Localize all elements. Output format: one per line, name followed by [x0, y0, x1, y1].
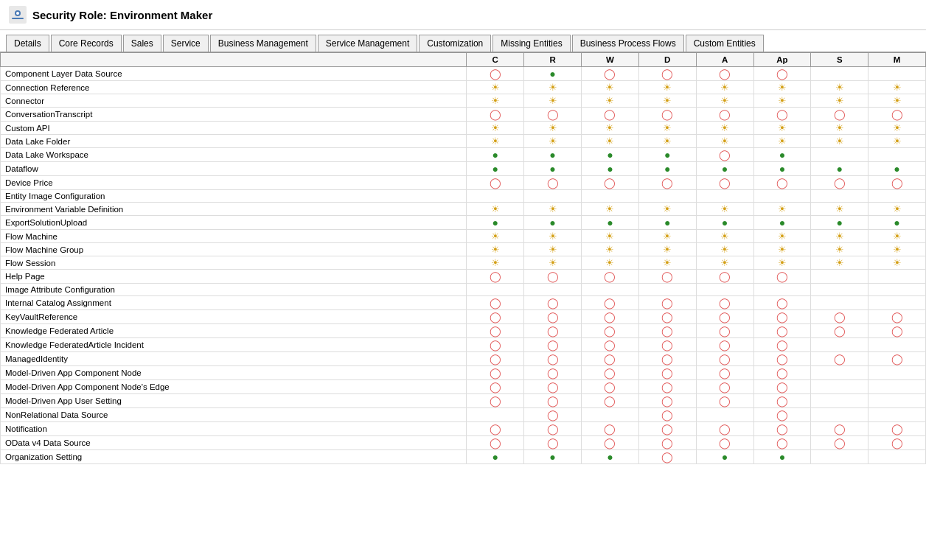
permission-cell[interactable]: ◯: [696, 296, 753, 310]
permission-cell[interactable]: ◯: [582, 176, 639, 190]
permission-cell[interactable]: ☀: [753, 94, 811, 108]
tab-business-management[interactable]: Business Management: [210, 35, 316, 52]
permission-cell[interactable]: ◯: [811, 108, 868, 122]
permission-cell[interactable]: ◯: [868, 422, 926, 436]
permission-cell[interactable]: ◯: [868, 176, 926, 190]
permission-cell[interactable]: ◯: [638, 296, 696, 310]
permission-cell[interactable]: ☀: [638, 94, 696, 108]
permission-cell[interactable]: ◯: [753, 324, 811, 338]
permission-cell[interactable]: ☀: [582, 135, 639, 148]
permission-cell[interactable]: ●: [696, 450, 753, 464]
permission-cell[interactable]: [868, 284, 926, 296]
permission-cell[interactable]: ◯: [524, 436, 582, 450]
permission-cell[interactable]: ☀: [696, 94, 753, 108]
permission-cell[interactable]: [868, 408, 926, 422]
permission-cell[interactable]: ●: [524, 162, 582, 176]
permission-cell[interactable]: ◯: [638, 176, 696, 190]
permission-cell[interactable]: ●: [467, 450, 524, 464]
permission-cell[interactable]: ☀: [524, 135, 582, 148]
permission-cell[interactable]: ☀: [524, 81, 582, 94]
permission-cell[interactable]: ◯: [638, 422, 696, 436]
permission-cell[interactable]: ◯: [582, 67, 639, 81]
permission-cell[interactable]: ☀: [753, 203, 811, 216]
permission-cell[interactable]: ☀: [696, 81, 753, 94]
permission-cell[interactable]: ◯: [524, 108, 582, 122]
permission-cell[interactable]: ◯: [638, 108, 696, 122]
permission-cell[interactable]: ☀: [753, 122, 811, 135]
permission-cell[interactable]: ◯: [524, 338, 582, 352]
permission-cell[interactable]: [811, 380, 868, 394]
permission-cell[interactable]: ◯: [467, 338, 524, 352]
permission-cell[interactable]: ☀: [582, 230, 639, 243]
permission-cell[interactable]: ☀: [638, 230, 696, 243]
permission-cell[interactable]: ☀: [811, 135, 868, 148]
tab-business-process-flows[interactable]: Business Process Flows: [572, 35, 684, 52]
permission-cell[interactable]: ☀: [868, 230, 926, 243]
permission-cell[interactable]: [868, 296, 926, 310]
permission-cell[interactable]: ☀: [638, 243, 696, 256]
permission-cell[interactable]: [524, 190, 582, 203]
permission-cell[interactable]: ☀: [868, 243, 926, 256]
permission-cell[interactable]: ◯: [696, 380, 753, 394]
permission-cell[interactable]: ◯: [868, 108, 926, 122]
permission-cell[interactable]: ◯: [696, 422, 753, 436]
permission-cell[interactable]: ●: [753, 216, 811, 230]
permission-cell[interactable]: ◯: [467, 394, 524, 408]
permission-cell[interactable]: ◯: [638, 324, 696, 338]
permission-cell[interactable]: ◯: [638, 394, 696, 408]
permission-cell[interactable]: [753, 284, 811, 296]
permission-cell[interactable]: ☀: [638, 256, 696, 270]
permission-cell[interactable]: ◯: [638, 366, 696, 380]
permission-cell[interactable]: ◯: [811, 422, 868, 436]
permission-cell[interactable]: ◯: [696, 366, 753, 380]
permission-cell[interactable]: ●: [524, 450, 582, 464]
permission-cell[interactable]: ◯: [753, 338, 811, 352]
permission-cell[interactable]: ●: [638, 148, 696, 162]
permission-cell[interactable]: ☀: [696, 256, 753, 270]
permission-cell[interactable]: ◯: [524, 310, 582, 324]
permission-cell[interactable]: ●: [524, 67, 582, 81]
permission-cell[interactable]: ◯: [524, 296, 582, 310]
permission-cell[interactable]: ◯: [524, 408, 582, 422]
permission-cell[interactable]: ◯: [696, 436, 753, 450]
permission-cell[interactable]: ◯: [582, 296, 639, 310]
permission-cell[interactable]: [811, 450, 868, 464]
permission-cell[interactable]: ◯: [696, 176, 753, 190]
permission-cell[interactable]: [753, 190, 811, 203]
permission-cell[interactable]: ◯: [582, 380, 639, 394]
permission-cell[interactable]: ◯: [753, 408, 811, 422]
permission-cell[interactable]: [638, 190, 696, 203]
permission-cell[interactable]: ◯: [638, 436, 696, 450]
permission-cell[interactable]: ◯: [753, 310, 811, 324]
permission-cell[interactable]: ☀: [868, 122, 926, 135]
permission-cell[interactable]: ◯: [753, 380, 811, 394]
permission-cell[interactable]: [811, 284, 868, 296]
permission-cell[interactable]: ●: [753, 450, 811, 464]
permission-cell[interactable]: ◯: [467, 352, 524, 366]
tab-service-management[interactable]: Service Management: [318, 35, 417, 52]
permission-cell[interactable]: [582, 284, 639, 296]
permission-cell[interactable]: ◯: [582, 338, 639, 352]
permission-cell[interactable]: ◯: [696, 338, 753, 352]
permission-cell[interactable]: ◯: [753, 366, 811, 380]
permission-cell[interactable]: ◯: [868, 310, 926, 324]
permission-cell[interactable]: [811, 296, 868, 310]
permission-cell[interactable]: [811, 67, 868, 81]
permission-cell[interactable]: ◯: [753, 270, 811, 284]
permission-cell[interactable]: ●: [696, 162, 753, 176]
permission-cell[interactable]: ☀: [753, 81, 811, 94]
tab-customization[interactable]: Customization: [419, 35, 491, 52]
permission-cell[interactable]: ●: [811, 216, 868, 230]
permission-cell[interactable]: ◯: [467, 270, 524, 284]
permission-cell[interactable]: ◯: [582, 352, 639, 366]
permission-cell[interactable]: ☀: [811, 122, 868, 135]
permission-cell[interactable]: ◯: [696, 148, 753, 162]
permission-cell[interactable]: ●: [467, 216, 524, 230]
permission-cell[interactable]: ◯: [467, 366, 524, 380]
permission-cell[interactable]: ☀: [638, 122, 696, 135]
permission-cell[interactable]: ☀: [582, 203, 639, 216]
permission-cell[interactable]: ◯: [582, 422, 639, 436]
permission-cell[interactable]: ◯: [696, 67, 753, 81]
permission-cell[interactable]: [868, 380, 926, 394]
permission-cell[interactable]: ●: [868, 216, 926, 230]
